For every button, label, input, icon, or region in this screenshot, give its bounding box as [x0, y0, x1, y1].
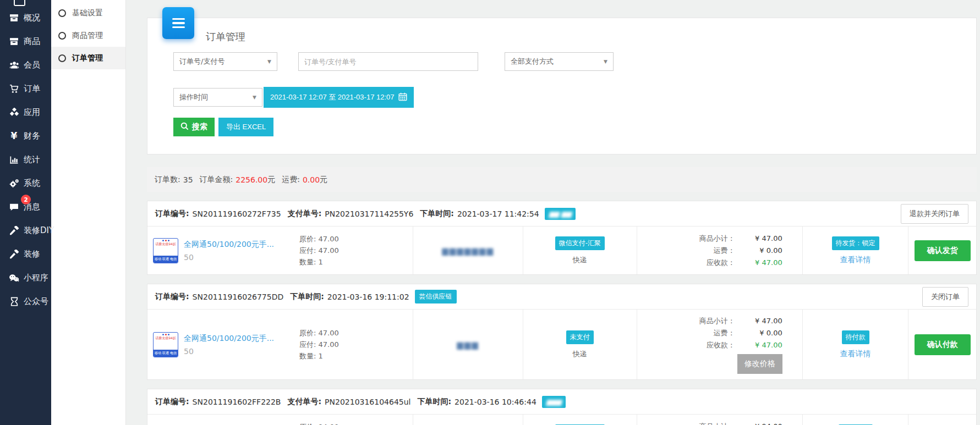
view-detail-link[interactable]: 查看详情	[840, 255, 871, 265]
orders-count-value: 35	[183, 175, 193, 184]
official-account-hourglass-icon	[9, 297, 19, 306]
quantity-value: 1	[319, 258, 323, 266]
main-sidebar: 概况 商品 会员 订单 应用 ¥ 财务 统计 系统	[0, 0, 51, 425]
search-type-value: 订单号/支付号	[179, 57, 225, 67]
unread-count-badge: 2	[21, 195, 31, 205]
close-order-button[interactable]: 关闭订单	[922, 287, 968, 307]
orders-amount-unit: 元	[267, 175, 275, 185]
order-time-value: 2021-03-17 11:42:54	[457, 209, 539, 218]
keyword-input[interactable]	[298, 52, 478, 71]
order-card: 订单编号: SN2011191602FF222B 支付单号: PN2021031…	[147, 389, 977, 425]
export-excel-button[interactable]: 导出 EXCEL	[218, 118, 273, 136]
submenu-item-goods-management[interactable]: 商品管理	[51, 24, 125, 47]
sidebar-item-apps[interactable]: 应用	[0, 101, 51, 124]
original-price-label: 原价:	[299, 329, 316, 337]
submenu-item-label: 基础设置	[72, 8, 103, 18]
sidebar-item-decorate-diy[interactable]: 装修DIY	[0, 219, 51, 242]
submenu-item-order-management[interactable]: 订单管理	[51, 47, 125, 69]
page: 概况 商品 会员 订单 应用 ¥ 财务 统计 系统	[0, 0, 980, 425]
sidebar-item-official-account[interactable]: 公众号	[0, 290, 51, 313]
view-detail-link[interactable]: 查看详情	[840, 349, 871, 359]
freight-total-label: 运费:	[282, 175, 300, 185]
order-no-value: SN201119160272F735	[193, 209, 281, 218]
goods-box-icon	[9, 37, 19, 46]
thumbnail-dots	[154, 239, 178, 241]
thumbnail-text-top: 话费充值94折	[154, 242, 178, 246]
pay-method-select[interactable]: 全部支付方式 ▼	[505, 52, 614, 71]
confirm-ship-button[interactable]: 确认发货	[915, 240, 971, 261]
time-type-select[interactable]: 操作时间 ▼	[173, 88, 262, 107]
delivery-type: 快递	[573, 349, 587, 359]
time-type-value: 操作时间	[179, 92, 208, 102]
product-title-link[interactable]: 全网通50/100/200元手...	[184, 333, 278, 344]
submenu-item-label: 订单管理	[72, 53, 103, 63]
payment-cell: 微信支付-汇聚 快递	[523, 415, 636, 425]
thumbnail-dots	[154, 333, 178, 335]
price-block: 原价: 47.00 应付: 47.00 数量: 1	[299, 233, 339, 268]
buyer-cell: ▆▆▆▆	[413, 415, 523, 425]
totals-cell: 商品小计：¥ 47.00 运费：¥ 0.00 应收款：¥ 47.00 修改价格	[637, 310, 802, 379]
sidebar-item-system[interactable]: 系统	[0, 172, 51, 195]
status-cell: 待付款 查看详情	[802, 310, 908, 379]
message-bubble-icon	[9, 202, 19, 212]
original-price-label: 原价:	[299, 235, 316, 243]
search-button[interactable]: 搜索	[173, 118, 215, 136]
product-title-link[interactable]: 全网通50/100/200元手...	[184, 239, 278, 250]
status-cell: 交易完成 查看详情	[802, 415, 908, 425]
sidebar-item-finance[interactable]: ¥ 财务	[0, 124, 51, 148]
freight-total-value: 0.00	[303, 175, 320, 184]
menu-toggle-button[interactable]	[162, 7, 194, 39]
receivable-label: 应收款：	[707, 339, 735, 351]
quantity-value: 1	[319, 352, 323, 360]
original-price-value: 47.00	[319, 329, 339, 337]
sidebar-item-stats[interactable]: 统计	[0, 148, 51, 172]
pay-no-label: 支付单号:	[287, 397, 321, 407]
thumbnail-text-bottom: 移动 联通 电信	[154, 256, 178, 263]
search-type-select[interactable]: 订单号/支付号 ▼	[173, 52, 277, 71]
system-gears-icon	[9, 179, 19, 188]
modify-price-button[interactable]: 修改价格	[737, 354, 782, 374]
apps-cubes-icon	[9, 108, 19, 117]
order-body: 话费充值94折 移动 联通 电信 全网通50/100/200元手... 100 …	[147, 415, 976, 425]
sidebar-item-goods[interactable]: 商品	[0, 30, 51, 53]
sidebar-item-partial[interactable]	[0, 0, 51, 6]
product-thumbnail: 话费充值94折 移动 联通 电信	[153, 238, 178, 263]
sidebar-item-messages[interactable]: 消息 2	[0, 195, 51, 219]
chevron-down-icon: ▼	[267, 59, 271, 64]
pay-method-value: 全部支付方式	[511, 57, 554, 67]
product-thumbnail: 话费充值94折 移动 联通 电信	[153, 332, 178, 357]
chevron-down-icon: ▼	[253, 95, 256, 100]
date-range-button[interactable]: 2021-03-17 12:07 至 2021-03-17 12:07	[264, 87, 414, 108]
sidebar-item-orders[interactable]: 订单	[0, 77, 51, 101]
sidebar-item-overview[interactable]: 概况	[0, 6, 51, 30]
payment-cell: 未支付 快递	[523, 310, 636, 379]
product-sku: 50	[184, 347, 278, 356]
submenu-item-basic-settings[interactable]: 基础设置	[51, 2, 125, 24]
confirm-payment-button[interactable]: 确认付款	[915, 334, 971, 355]
chevron-down-icon: ▼	[604, 59, 607, 64]
decorate-diy-hammer-icon	[9, 226, 19, 235]
buyer-cell: ▆▆▆	[413, 310, 523, 379]
sidebar-item-members[interactable]: 会员	[0, 53, 51, 77]
subtotal-label: 商品小计：	[699, 421, 735, 425]
sidebar-item-decorate[interactable]: 装修	[0, 242, 51, 266]
price-block: 原价: 47.00 应付: 47.00 数量: 1	[299, 327, 339, 362]
freight-value: ¥ 0.00	[735, 327, 782, 339]
price-block: 原价: 94.00 应付: 94.00 数量: 1	[299, 421, 339, 425]
freight-value: ¥ 0.00	[735, 245, 782, 257]
orders-amount-label: 订单金额:	[200, 175, 233, 185]
order-no-value: SN20111916026775DD	[193, 292, 284, 301]
buyer-cell: ▆▆▆▆▆▆▆	[413, 227, 523, 274]
supplier-badge: ▆▆ ▆▆	[545, 208, 576, 220]
paid-price-value: 47.00	[319, 246, 339, 255]
sidebar-item-miniprogram[interactable]: 小程序	[0, 266, 51, 290]
stats-chart-icon	[9, 155, 19, 164]
filter-panel: 订单管理 订单号/支付号 ▼ 全部支付方式 ▼ 操作时间 ▼ 2021	[147, 18, 977, 154]
refund-close-order-button[interactable]: 退款并关闭订单	[901, 204, 968, 224]
freight-label: 运费：	[714, 245, 735, 257]
payment-method-badge: 微信支付-汇聚	[555, 236, 605, 250]
box-icon	[14, 0, 25, 6]
order-no-label: 订单编号:	[155, 209, 189, 219]
order-time-value: 2021-03-16 19:11:02	[327, 292, 409, 301]
sidebar-item-label: 装修	[24, 249, 40, 260]
